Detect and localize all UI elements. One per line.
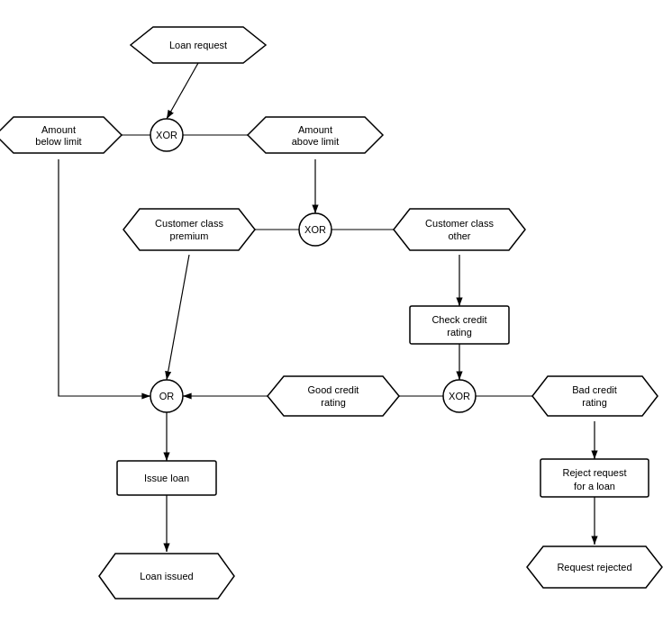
request-rejected-label: Request rejected	[557, 562, 631, 572]
amount-above-label: Amount	[298, 124, 332, 135]
xor2-label: XOR	[304, 224, 326, 235]
customer-premium-node	[123, 209, 255, 250]
customer-other-label2: other	[448, 230, 470, 241]
xor1-label: XOR	[156, 130, 177, 140]
customer-other-label: Customer class	[425, 218, 494, 229]
check-credit-label: Check credit	[431, 314, 486, 325]
customer-premium-label2: premium	[170, 230, 209, 241]
check-credit-node	[410, 306, 509, 344]
xor3-label: XOR	[449, 391, 470, 401]
customer-premium-label: Customer class	[155, 218, 223, 229]
reject-request-label: Reject request	[563, 467, 627, 478]
amount-below-label: Amount	[41, 124, 76, 135]
loan-request-label: Loan request	[169, 40, 227, 50]
reject-request-label2: for a loan	[574, 481, 615, 491]
good-credit-label: Good credit	[308, 384, 359, 395]
customer-other-node	[394, 209, 525, 250]
amount-below-label2: below limit	[35, 136, 81, 147]
issue-loan-label: Issue loan	[144, 473, 189, 483]
amount-above-node	[248, 117, 383, 153]
bad-credit-label: Bad credit	[572, 384, 617, 395]
good-credit-label2: rating	[321, 397, 346, 408]
diagram-container: Loan request XOR Amount below limit Amou…	[0, 0, 672, 622]
check-credit-label2: rating	[447, 327, 472, 338]
arrow-loan-to-xor1	[167, 63, 198, 119]
bad-credit-node	[532, 376, 658, 416]
arrow-below-to-or	[59, 159, 150, 396]
arrow-premium-to-or	[167, 255, 189, 380]
or-label: OR	[159, 391, 175, 401]
amount-below-node	[0, 117, 122, 153]
loan-issued-label: Loan issued	[140, 571, 193, 581]
bad-credit-label2: rating	[582, 397, 607, 408]
amount-above-label2: above limit	[292, 136, 340, 147]
good-credit-node	[268, 376, 399, 416]
